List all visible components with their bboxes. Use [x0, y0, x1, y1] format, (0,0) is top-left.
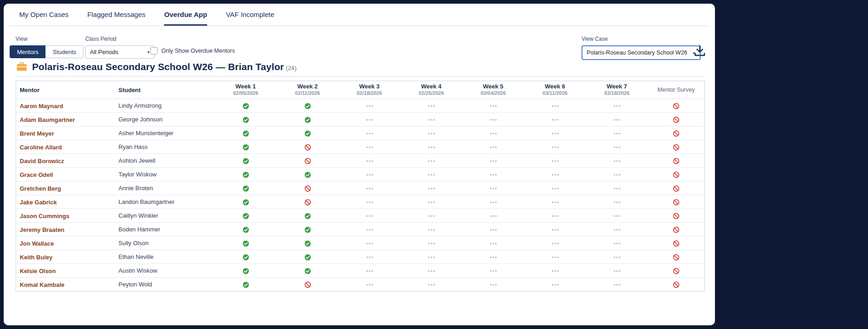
- week-status-cell: [215, 99, 277, 113]
- ban-icon[interactable]: [304, 185, 311, 192]
- pending-dots-icon: [613, 240, 621, 247]
- ban-icon[interactable]: [673, 213, 680, 219]
- week-status-cell: [277, 140, 339, 154]
- class-period-select[interactable]: All Periods: [85, 45, 155, 59]
- ban-icon[interactable]: [673, 185, 680, 192]
- tab-my-open-cases[interactable]: My Open Cases: [19, 11, 69, 26]
- check-icon[interactable]: [242, 199, 249, 206]
- ban-icon[interactable]: [673, 171, 680, 178]
- week-status-cell: [586, 113, 648, 126]
- check-icon[interactable]: [242, 130, 249, 137]
- col-week-2: Week 202/11/2026: [277, 81, 339, 99]
- week-status-cell: [215, 154, 277, 168]
- mentor-link[interactable]: Jake Gabrick: [20, 199, 57, 206]
- students-toggle-button[interactable]: Students: [45, 45, 83, 58]
- check-icon[interactable]: [242, 158, 249, 164]
- check-icon[interactable]: [242, 281, 249, 288]
- week-status-cell: [462, 168, 524, 181]
- ban-icon[interactable]: [673, 144, 680, 151]
- pending-dots-icon: [551, 116, 559, 123]
- table-row: Caroline AllardRyan Hass: [16, 140, 705, 154]
- mentor-link[interactable]: Aaron Maynard: [20, 103, 63, 110]
- week-status-cell: [339, 181, 401, 195]
- week-status-cell: [586, 236, 648, 250]
- check-icon[interactable]: [304, 171, 311, 178]
- mentor-link[interactable]: Jeremy Braaten: [20, 226, 65, 233]
- check-icon[interactable]: [242, 240, 249, 247]
- download-button[interactable]: [692, 43, 708, 59]
- ban-icon[interactable]: [673, 281, 680, 288]
- check-icon[interactable]: [304, 103, 311, 110]
- check-icon[interactable]: [242, 171, 249, 178]
- check-icon[interactable]: [242, 268, 249, 274]
- mentor-link[interactable]: Jason Cummings: [20, 213, 69, 219]
- col-week-7: Week 703/18/2026: [586, 81, 648, 99]
- only-show-overdue-checkbox[interactable]: Only Show Overdue Mentors: [150, 47, 235, 55]
- week-status-cell: [339, 223, 401, 236]
- checkbox-icon[interactable]: [150, 47, 158, 55]
- pending-dots-icon: [551, 185, 559, 192]
- ban-icon[interactable]: [673, 103, 680, 110]
- mentor-link[interactable]: Keith Buley: [20, 254, 53, 261]
- ban-icon[interactable]: [673, 254, 680, 261]
- ban-icon[interactable]: [673, 268, 680, 274]
- check-icon[interactable]: [304, 116, 311, 123]
- ban-icon[interactable]: [673, 116, 680, 123]
- check-icon[interactable]: [242, 116, 249, 123]
- view-case-select[interactable]: Polaris-Roseau Secondary School W26: [582, 45, 701, 60]
- mentor-link[interactable]: Grace Odell: [20, 171, 53, 178]
- pending-dots-icon: [489, 103, 497, 110]
- pending-dots-icon: [613, 254, 621, 261]
- week-date: 02/25/2026: [401, 90, 462, 96]
- mentor-link[interactable]: Brent Meyer: [20, 130, 54, 137]
- col-week-5: Week 503/04/2026: [462, 81, 524, 99]
- ban-icon[interactable]: [673, 240, 680, 247]
- mentor-link[interactable]: Kelsie Olson: [20, 268, 56, 274]
- pending-dots-icon: [489, 213, 497, 219]
- mentor-link[interactable]: Gretchen Berg: [20, 185, 61, 192]
- check-icon[interactable]: [242, 103, 249, 110]
- check-icon[interactable]: [242, 254, 249, 261]
- check-icon[interactable]: [304, 213, 311, 219]
- mentor-link[interactable]: Caroline Allard: [20, 144, 62, 151]
- check-icon[interactable]: [304, 240, 311, 247]
- view-filter-group: View Mentors Students: [10, 36, 83, 58]
- mentor-link[interactable]: David Borowicz: [20, 158, 64, 164]
- pending-dots-icon: [489, 199, 497, 206]
- pending-dots-icon: [428, 199, 435, 206]
- mentor-link[interactable]: Komal Kambale: [20, 281, 65, 288]
- ban-icon[interactable]: [304, 158, 311, 164]
- week-status-cell: [277, 113, 339, 126]
- ban-icon[interactable]: [304, 199, 311, 206]
- pending-dots-icon: [551, 171, 559, 178]
- check-icon[interactable]: [242, 213, 249, 219]
- check-icon[interactable]: [304, 130, 311, 137]
- mentor-link[interactable]: Adam Baumgartner: [20, 116, 75, 123]
- ban-icon[interactable]: [673, 130, 680, 137]
- pending-dots-icon: [551, 226, 559, 233]
- ban-icon[interactable]: [673, 199, 680, 206]
- col-week-3: Week 302/18/2026: [339, 81, 401, 99]
- tab-flagged-messages[interactable]: Flagged Messages: [88, 11, 146, 26]
- tab-vaf-incomplete[interactable]: VAF Incomplete: [226, 11, 275, 26]
- week-status-cell: [524, 223, 586, 236]
- ban-icon[interactable]: [304, 281, 311, 288]
- ban-icon[interactable]: [673, 158, 680, 164]
- check-icon[interactable]: [304, 226, 311, 233]
- mentors-toggle-button[interactable]: Mentors: [10, 45, 45, 58]
- check-icon[interactable]: [242, 226, 249, 233]
- check-icon[interactable]: [242, 185, 249, 192]
- ban-icon[interactable]: [304, 144, 311, 151]
- mentor-link[interactable]: Jon Wallace: [20, 240, 54, 247]
- check-icon[interactable]: [304, 268, 311, 274]
- ban-icon[interactable]: [673, 226, 680, 233]
- week-status-cell: [586, 264, 648, 278]
- check-icon[interactable]: [304, 254, 311, 261]
- mentor-cell: Komal Kambale: [16, 278, 115, 291]
- mentor-cell: Aaron Maynard: [16, 99, 115, 113]
- tab-overdue-app[interactable]: Overdue App: [164, 11, 207, 26]
- pending-dots-icon: [428, 226, 435, 233]
- week-status-cell: [586, 99, 648, 113]
- check-icon[interactable]: [242, 144, 249, 151]
- week-status-cell: [462, 195, 524, 209]
